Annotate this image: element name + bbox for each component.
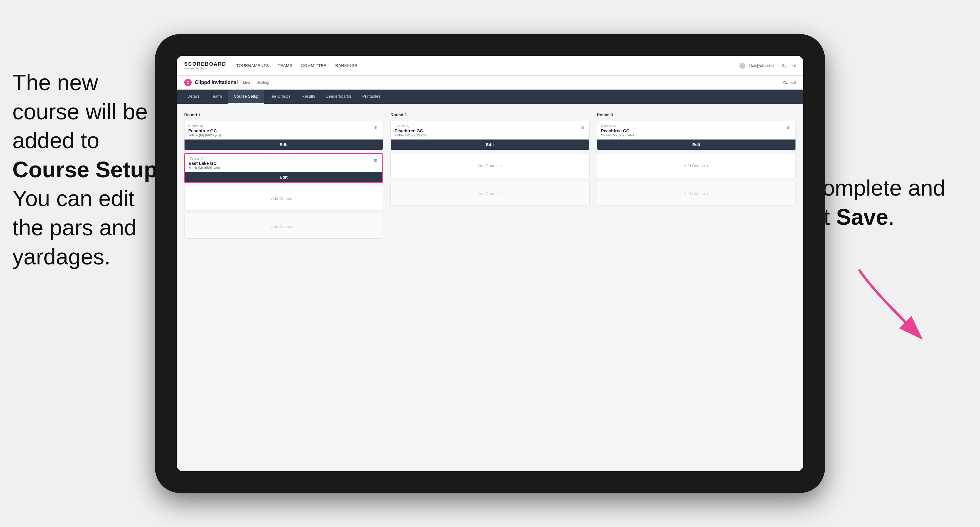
round3-course-a-detail: Yellow (M) (6629 yds) [601, 133, 634, 137]
logo-sub: Powered by clippd [184, 67, 226, 70]
round2-add-course-button[interactable]: Add Course + [390, 153, 589, 178]
round1-extra-add-course-plus: + [294, 224, 296, 229]
round1-extra-add-course-label: Add Course [271, 224, 293, 229]
round3-extra-add-course-plus: + [706, 191, 709, 196]
round2-course-a-name: Peachtree GC [395, 129, 427, 133]
round2-course-a-label: (Course A) [395, 124, 427, 128]
round3-course-a-name: Peachtree GC [601, 129, 634, 133]
nav-rankings[interactable]: RANKINGS [335, 63, 358, 68]
round2-course-a-card: (Course A) Peachtree GC Yellow (M) (6629… [390, 121, 589, 150]
round1-course-b-label: (Course B) [189, 157, 220, 160]
c-logo-icon: C [184, 79, 192, 86]
round1-add-course-plus: + [294, 196, 296, 201]
round1-course-b-info: (Course B) East Lake GC Black (M) (6891 … [189, 157, 220, 172]
nav-tournaments[interactable]: TOURNAMENTS [236, 63, 269, 68]
tab-teams[interactable]: Teams [205, 90, 228, 104]
round1-course-a-info: (Course A) Peachtree GC Yellow (M) (6629… [188, 124, 221, 140]
round3-course-a-label: (Course A) [601, 124, 634, 128]
annotation-line6: the pars and [13, 215, 137, 240]
round1-add-course-button[interactable]: Add Course + [184, 186, 383, 211]
round1-course-b-edit-button[interactable]: Edit [185, 172, 382, 182]
round1-course-a-detail: Yellow (M) (6629 yds) [188, 133, 221, 137]
round3-add-course-plus: + [706, 163, 709, 168]
annotation-right-line1: Complete and [806, 175, 945, 200]
annotation-right-line2bold: Save [836, 205, 888, 229]
round2-extra-add-course-label: Add Course [477, 191, 499, 196]
nav-teams[interactable]: TEAMS [278, 63, 292, 68]
round2-course-a-delete-icon[interactable]: 🗑 [579, 124, 585, 130]
round1-course-a-name: Peachtree GC [188, 129, 221, 133]
round2-course-a-edit-button[interactable]: Edit [391, 140, 589, 150]
annotation-line5: You can edit [13, 186, 135, 211]
round2-add-course-plus: + [500, 163, 503, 168]
round3-course-a-info: (Course A) Peachtree GC Yellow (M) (6629… [601, 124, 634, 140]
rounds-grid: Round 1 (Course A) Peachtree GC Yellow (… [184, 113, 796, 242]
tab-results[interactable]: Results [296, 90, 321, 104]
round-2-label: Round 2 [390, 113, 589, 117]
round1-course-b-header: (Course B) East Lake GC Black (M) (6891 … [185, 154, 382, 172]
annotation-right-line2end: . [888, 205, 894, 229]
round1-extra-add-course: Add Course + [184, 214, 383, 239]
round1-course-a-card: (Course A) Peachtree GC Yellow (M) (6629… [184, 121, 383, 150]
round3-course-a-card: (Course A) Peachtree GC Yellow (M) (6629… [597, 121, 796, 150]
round1-course-a-label: (Course A) [188, 124, 221, 128]
round3-add-course-button[interactable]: Add Course + [597, 153, 796, 178]
tablet-screen: SCOREBOARD Powered by clippd TOURNAMENTS… [177, 56, 803, 471]
round3-course-a-header: (Course A) Peachtree GC Yellow (M) (6629… [597, 121, 795, 140]
annotation-line1: The new [13, 70, 98, 95]
sign-out-link[interactable]: Sign out [782, 63, 796, 68]
user-email: blair@clippd.io [749, 63, 774, 68]
round-1-label: Round 1 [184, 113, 383, 117]
round-3-label: Round 3 [597, 113, 796, 117]
tab-course-setup[interactable]: Course Setup [228, 90, 264, 104]
round3-course-a-edit-button[interactable]: Edit [597, 140, 795, 150]
tablet-shell: SCOREBOARD Powered by clippd TOURNAMENTS… [155, 34, 825, 493]
round3-extra-add-course: Add Course + [597, 181, 796, 206]
round2-course-a-header: (Course A) Peachtree GC Yellow (M) (6629… [391, 121, 589, 140]
tab-bar: Details Teams Course Setup Tee Groups Re… [177, 90, 803, 104]
annotation-line3: added to [13, 128, 99, 153]
cancel-button[interactable]: Cancel [783, 80, 796, 85]
logo-scoreboard: SCOREBOARD [184, 61, 226, 67]
round1-course-a-delete-icon[interactable]: 🗑 [373, 124, 379, 130]
round-1-column: Round 1 (Course A) Peachtree GC Yellow (… [184, 113, 383, 242]
round1-course-b-detail: Black (M) (6891 yds) [189, 166, 220, 170]
tab-details[interactable]: Details [182, 90, 205, 104]
logo-area: SCOREBOARD Powered by clippd [184, 61, 226, 70]
top-nav: SCOREBOARD Powered by clippd TOURNAMENTS… [177, 56, 803, 76]
tournament-name: Clippd Invitational [195, 80, 238, 85]
round2-course-a-info: (Course A) Peachtree GC Yellow (M) (6629… [395, 124, 427, 140]
round1-course-b-name: East Lake GC [189, 161, 220, 166]
round2-extra-add-course-plus: + [500, 191, 503, 196]
main-content: Round 1 (Course A) Peachtree GC Yellow (… [177, 104, 803, 471]
round-2-column: Round 2 (Course A) Peachtree GC Yellow (… [390, 113, 589, 242]
tab-printables[interactable]: Printables [356, 90, 386, 104]
nav-committee[interactable]: COMMITTEE [301, 63, 327, 68]
round1-course-b-card: (Course B) East Lake GC Black (M) (6891 … [184, 153, 383, 183]
round2-extra-add-course: Add Course + [390, 181, 589, 206]
round-3-column: Round 3 (Course A) Peachtree GC Yellow (… [597, 113, 796, 242]
round3-add-course-label: Add Course [684, 163, 705, 168]
nav-links: TOURNAMENTS TEAMS COMMITTEE RANKINGS [236, 63, 739, 68]
tournament-name-area: C Clippd Invitational Men Hosting [184, 79, 269, 86]
nav-separator: | [778, 63, 778, 68]
round1-course-a-edit-button[interactable]: Edit [185, 140, 383, 150]
tab-tee-groups[interactable]: Tee Groups [264, 90, 296, 104]
round1-course-b-delete-icon[interactable]: 🗑 [372, 157, 379, 163]
user-avatar [739, 63, 746, 69]
round2-course-a-detail: Yellow (M) (6629 yds) [395, 133, 427, 137]
right-annotation: Complete and hit Save. [806, 174, 955, 232]
tab-leaderboards[interactable]: Leaderboards [321, 90, 356, 104]
round3-course-a-delete-icon[interactable]: 🗑 [786, 124, 792, 130]
hosting-badge: Hosting [256, 80, 269, 85]
annotation-line4bold: Course Setup [13, 157, 158, 182]
annotation-line2: course will be [13, 99, 148, 124]
arrow-right [846, 264, 934, 344]
round1-course-a-header: (Course A) Peachtree GC Yellow (M) (6629… [185, 121, 383, 140]
round2-add-course-label: Add Course [477, 163, 499, 168]
round1-add-course-label: Add Course [271, 196, 293, 201]
nav-right: blair@clippd.io | Sign out [739, 63, 796, 69]
annotation-line7: yardages. [13, 244, 110, 269]
gender-badge: Men [241, 80, 252, 85]
tournament-bar: C Clippd Invitational Men Hosting Cancel [177, 76, 803, 90]
